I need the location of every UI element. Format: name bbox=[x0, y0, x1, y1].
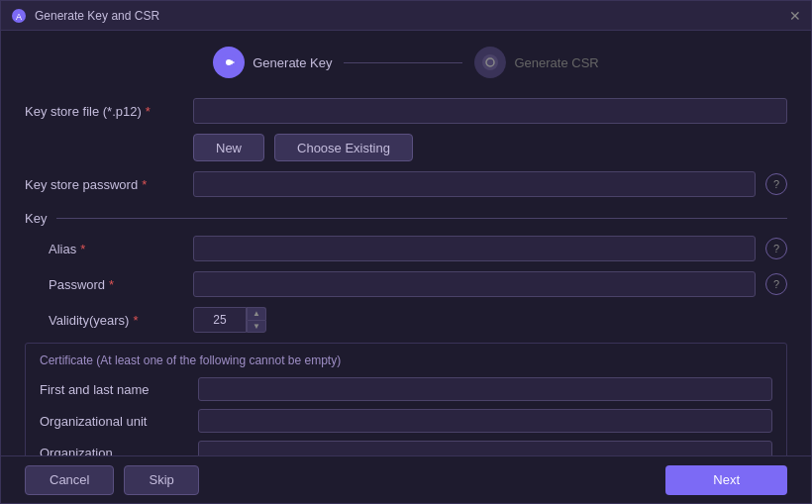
alias-row: Alias * ? bbox=[25, 236, 787, 261]
key-section-header: Key bbox=[25, 211, 787, 226]
password-label: Password * bbox=[25, 277, 183, 292]
validity-label: Validity(years) * bbox=[25, 313, 183, 328]
key-section-title: Key bbox=[25, 211, 47, 226]
required-star-4: * bbox=[109, 277, 114, 292]
required-star-3: * bbox=[80, 242, 85, 256]
new-button[interactable]: New bbox=[193, 134, 264, 161]
step-2: Generate CSR bbox=[474, 47, 598, 78]
org-input[interactable] bbox=[198, 441, 772, 455]
svg-text:A: A bbox=[16, 12, 22, 22]
cancel-button[interactable]: Cancel bbox=[25, 465, 114, 495]
app-icon: A bbox=[11, 8, 27, 24]
alias-help-icon[interactable]: ? bbox=[765, 238, 787, 259]
validity-increment-button[interactable]: ▲ bbox=[247, 307, 266, 320]
title-bar: A Generate Key and CSR ✕ bbox=[1, 1, 811, 31]
password-help-icon[interactable]: ? bbox=[765, 273, 787, 295]
generate-key-csr-dialog: A Generate Key and CSR ✕ Generate Key bbox=[0, 0, 812, 504]
key-section-line bbox=[56, 218, 787, 219]
org-row: Organization bbox=[40, 441, 772, 455]
step-2-label: Generate CSR bbox=[514, 55, 598, 70]
required-star-2: * bbox=[142, 177, 147, 192]
certificate-header: Certificate (At least one of the followi… bbox=[40, 353, 772, 367]
first-last-name-row: First and last name bbox=[40, 377, 772, 401]
validity-input[interactable]: 25 bbox=[193, 307, 247, 333]
org-unit-label: Organizational unit bbox=[40, 414, 188, 429]
next-button[interactable]: Next bbox=[665, 465, 787, 495]
first-last-name-input[interactable] bbox=[198, 377, 772, 401]
close-icon[interactable]: ✕ bbox=[789, 9, 801, 23]
key-store-file-buttons: New Choose Existing bbox=[193, 134, 787, 161]
validity-spinner-buttons: ▲ ▼ bbox=[247, 307, 266, 333]
alias-label: Alias * bbox=[25, 242, 183, 256]
key-store-password-row: Key store password * ? bbox=[25, 171, 787, 197]
dialog-title: Generate Key and CSR bbox=[35, 9, 781, 23]
step-connector bbox=[344, 62, 462, 63]
alias-input[interactable] bbox=[193, 236, 756, 261]
wizard-steps: Generate Key Generate CSR bbox=[1, 31, 811, 90]
footer: Cancel Skip Next bbox=[1, 455, 811, 503]
org-unit-input[interactable] bbox=[198, 409, 772, 433]
step-1: Generate Key bbox=[213, 47, 332, 78]
generate-csr-step-icon bbox=[481, 53, 499, 71]
first-last-name-label: First and last name bbox=[40, 382, 188, 397]
key-store-file-label: Key store file (*.p12) * bbox=[25, 104, 183, 119]
svg-point-3 bbox=[482, 54, 498, 70]
key-store-password-input[interactable] bbox=[193, 171, 756, 197]
certificate-section: Certificate (At least one of the followi… bbox=[25, 343, 787, 455]
required-star-1: * bbox=[146, 104, 151, 119]
org-unit-row: Organizational unit bbox=[40, 409, 772, 433]
key-store-password-label: Key store password * bbox=[25, 177, 183, 192]
validity-spinner: 25 ▲ ▼ bbox=[193, 307, 266, 333]
key-store-file-input[interactable] bbox=[193, 98, 787, 124]
org-label: Organization bbox=[40, 446, 188, 456]
password-input[interactable] bbox=[193, 271, 756, 297]
content-area: Key store file (*.p12) * New Choose Exis… bbox=[1, 90, 811, 455]
step-2-circle bbox=[474, 47, 506, 78]
step-1-label: Generate Key bbox=[253, 55, 332, 70]
key-section: Key bbox=[25, 207, 787, 226]
choose-existing-button[interactable]: Choose Existing bbox=[274, 134, 413, 161]
key-store-file-row: Key store file (*.p12) * bbox=[25, 98, 787, 124]
password-row: Password * ? bbox=[25, 271, 787, 297]
key-store-password-help-icon[interactable]: ? bbox=[765, 173, 787, 195]
footer-left-buttons: Cancel Skip bbox=[25, 465, 199, 495]
validity-decrement-button[interactable]: ▼ bbox=[247, 320, 266, 334]
generate-key-step-icon bbox=[220, 53, 238, 71]
step-1-circle bbox=[213, 47, 245, 78]
validity-row: Validity(years) * 25 ▲ ▼ bbox=[25, 307, 787, 333]
required-star-5: * bbox=[133, 313, 138, 328]
skip-button[interactable]: Skip bbox=[124, 465, 198, 495]
